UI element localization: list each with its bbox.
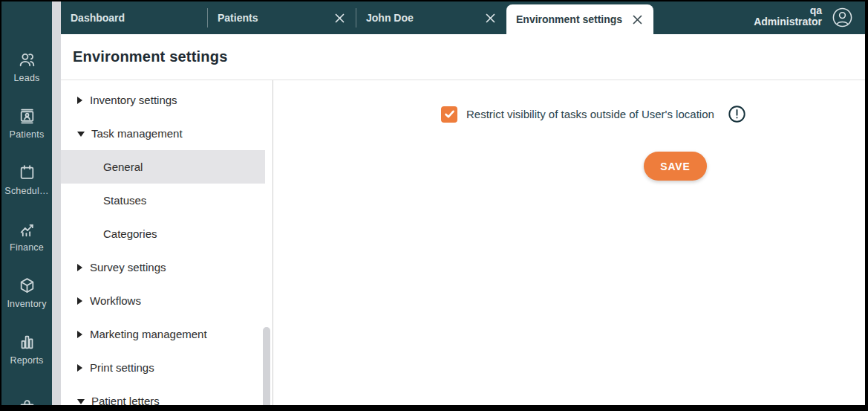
page-title: Environment settings xyxy=(73,48,227,65)
user-name: qa Administrator xyxy=(754,5,822,27)
finance-chart-icon xyxy=(18,220,36,239)
tree-item-label: Patient letters xyxy=(91,395,160,405)
sidebar-item-label: Schedul… xyxy=(4,186,48,196)
tree-item-label: Task management xyxy=(91,127,183,140)
tree-item-task-management[interactable]: Task management xyxy=(61,117,265,150)
tree-item-label: Inventory settings xyxy=(90,94,177,106)
settings-tree: Inventory settings Task management Gener… xyxy=(61,80,273,405)
page-header: Environment settings xyxy=(61,34,865,80)
app-window: Leads Patients Schedul… xyxy=(1,1,865,405)
sidebar-item-label: Finance xyxy=(10,242,44,253)
close-icon[interactable] xyxy=(632,14,643,25)
tree-item-label: Workflows xyxy=(90,294,141,307)
user-menu[interactable]: qa Administrator xyxy=(754,1,865,34)
caret-right-icon[interactable] xyxy=(77,264,82,271)
caret-down-icon[interactable] xyxy=(77,132,85,137)
caret-down-icon[interactable] xyxy=(77,399,85,404)
schedule-calendar-icon xyxy=(18,164,36,182)
tree-item-marketing-management[interactable]: Marketing management xyxy=(61,317,265,351)
tree-item-label: Survey settings xyxy=(90,261,166,274)
sidebar-item-label: Inventory xyxy=(7,299,46,309)
tree-item-patient-letters[interactable]: Patient letters xyxy=(61,384,265,405)
info-exclamation-icon[interactable] xyxy=(728,105,746,123)
sidebar-item-inventory[interactable]: Inventory xyxy=(1,265,52,321)
sidebar-item-patients[interactable]: Patients xyxy=(1,95,52,152)
tree-item-inventory-settings[interactable]: Inventory settings xyxy=(61,83,265,117)
caret-right-icon[interactable] xyxy=(77,331,82,338)
sidebar-item-finance[interactable]: Finance xyxy=(1,208,52,265)
sidebar-item-more[interactable] xyxy=(1,378,52,405)
tree-item-workflows[interactable]: Workflows xyxy=(61,284,265,317)
tree-scrollbar-thumb[interactable] xyxy=(263,327,270,405)
tab-patients[interactable]: Patients xyxy=(208,1,356,34)
tree-item-label: Marketing management xyxy=(90,328,207,340)
tree-item-general[interactable]: General xyxy=(61,150,265,184)
tree-item-statuses[interactable]: Statuses xyxy=(61,184,265,217)
sidebar: Leads Patients Schedul… xyxy=(1,1,52,405)
restrict-visibility-row: Restrict visibility of tasks outside of … xyxy=(441,105,746,123)
briefcase-icon xyxy=(18,397,36,406)
main-area: Dashboard Patients John Doe Environment … xyxy=(61,1,865,405)
avatar-icon[interactable] xyxy=(832,7,853,28)
tab-environment-settings[interactable]: Environment settings xyxy=(506,4,653,34)
tree-item-label: Categories xyxy=(103,227,157,240)
checkmark-icon xyxy=(444,109,455,120)
patients-card-icon xyxy=(18,107,36,126)
tree-item-label: Statuses xyxy=(103,194,146,207)
restrict-visibility-label: Restrict visibility of tasks outside of … xyxy=(466,108,714,120)
tree-item-print-settings[interactable]: Print settings xyxy=(61,351,265,384)
close-icon[interactable] xyxy=(485,13,496,24)
tab-label: Patients xyxy=(218,12,258,24)
tree-item-categories[interactable]: Categories xyxy=(61,217,265,250)
sidebar-item-schedule[interactable]: Schedul… xyxy=(1,152,52,208)
tree-item-label: General xyxy=(103,161,143,173)
sidebar-item-reports[interactable]: Reports xyxy=(1,321,52,378)
tab-dashboard[interactable]: Dashboard xyxy=(61,1,207,34)
tab-bar: Dashboard Patients John Doe Environment … xyxy=(61,1,865,34)
settings-content: Restrict visibility of tasks outside of … xyxy=(273,80,865,405)
user-name-line2: Administrator xyxy=(754,16,822,27)
sidebar-item-label: Patients xyxy=(10,129,45,140)
tab-label: Environment settings xyxy=(516,13,622,25)
tree-item-survey-settings[interactable]: Survey settings xyxy=(61,250,265,284)
restrict-visibility-checkbox[interactable] xyxy=(441,106,457,123)
user-name-line1: qa xyxy=(754,5,822,16)
sidebar-item-label: Reports xyxy=(10,355,43,366)
body: Inventory settings Task management Gener… xyxy=(61,80,865,405)
tab-label: John Doe xyxy=(366,12,414,24)
tree-item-label: Print settings xyxy=(90,361,154,374)
caret-right-icon[interactable] xyxy=(77,97,82,104)
inventory-box-icon xyxy=(18,276,36,295)
tab-john-doe[interactable]: John Doe xyxy=(356,1,506,34)
sidebar-item-label: Leads xyxy=(13,73,39,83)
caret-right-icon[interactable] xyxy=(77,364,82,372)
sidebar-gutter xyxy=(52,1,61,405)
tab-label: Dashboard xyxy=(71,12,125,24)
save-button[interactable]: SAVE xyxy=(644,152,707,181)
close-icon[interactable] xyxy=(334,13,345,24)
reports-bars-icon xyxy=(18,333,36,352)
caret-right-icon[interactable] xyxy=(77,297,82,305)
sidebar-item-leads[interactable]: Leads xyxy=(1,39,52,95)
leads-people-icon xyxy=(18,51,36,69)
